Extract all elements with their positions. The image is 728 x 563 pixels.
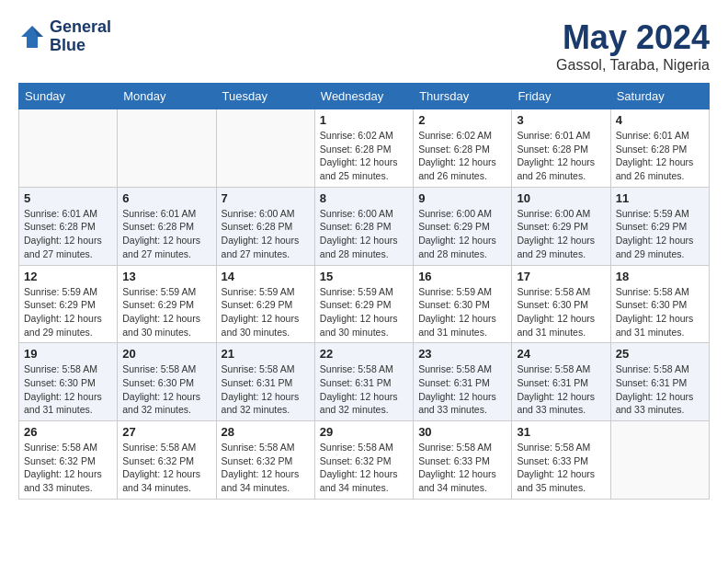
day-number: 26 bbox=[24, 425, 112, 439]
day-info: Sunrise: 5:58 AM Sunset: 6:30 PM Dayligh… bbox=[616, 285, 704, 339]
calendar-week-row: 19Sunrise: 5:58 AM Sunset: 6:30 PM Dayli… bbox=[19, 343, 710, 421]
day-info: Sunrise: 5:59 AM Sunset: 6:30 PM Dayligh… bbox=[418, 285, 506, 339]
calendar-cell: 9Sunrise: 6:00 AM Sunset: 6:29 PM Daylig… bbox=[414, 187, 512, 265]
day-number: 27 bbox=[122, 425, 210, 439]
day-info: Sunrise: 6:01 AM Sunset: 6:28 PM Dayligh… bbox=[122, 207, 210, 261]
day-info: Sunrise: 6:02 AM Sunset: 6:28 PM Dayligh… bbox=[320, 129, 408, 183]
day-number: 5 bbox=[24, 191, 112, 205]
day-number: 15 bbox=[320, 270, 408, 283]
logo-text: General Blue bbox=[50, 18, 111, 55]
day-number: 31 bbox=[517, 425, 605, 439]
day-number: 13 bbox=[122, 270, 210, 283]
day-number: 24 bbox=[517, 347, 605, 361]
day-number: 8 bbox=[320, 191, 408, 205]
calendar-cell: 7Sunrise: 6:00 AM Sunset: 6:28 PM Daylig… bbox=[216, 187, 314, 265]
day-info: Sunrise: 5:58 AM Sunset: 6:30 PM Dayligh… bbox=[122, 362, 210, 417]
day-number: 30 bbox=[418, 425, 506, 439]
column-header-saturday: Saturday bbox=[610, 84, 709, 109]
calendar-cell: 10Sunrise: 6:00 AM Sunset: 6:29 PM Dayli… bbox=[512, 187, 610, 265]
calendar-cell: 20Sunrise: 5:58 AM Sunset: 6:30 PM Dayli… bbox=[118, 343, 216, 421]
calendar-week-row: 12Sunrise: 5:59 AM Sunset: 6:29 PM Dayli… bbox=[19, 265, 710, 343]
calendar-cell: 26Sunrise: 5:58 AM Sunset: 6:32 PM Dayli… bbox=[19, 421, 118, 500]
calendar-cell: 29Sunrise: 5:58 AM Sunset: 6:32 PM Dayli… bbox=[314, 421, 413, 500]
day-number: 1 bbox=[320, 113, 408, 127]
calendar-cell: 27Sunrise: 5:58 AM Sunset: 6:32 PM Dayli… bbox=[118, 421, 216, 500]
day-info: Sunrise: 5:58 AM Sunset: 6:32 PM Dayligh… bbox=[24, 441, 112, 495]
day-info: Sunrise: 6:00 AM Sunset: 6:28 PM Dayligh… bbox=[222, 207, 310, 261]
day-info: Sunrise: 6:02 AM Sunset: 6:28 PM Dayligh… bbox=[418, 129, 506, 183]
column-header-friday: Friday bbox=[512, 84, 610, 109]
day-number: 22 bbox=[320, 347, 408, 361]
day-info: Sunrise: 5:58 AM Sunset: 6:31 PM Dayligh… bbox=[320, 362, 408, 417]
column-header-tuesday: Tuesday bbox=[216, 84, 314, 109]
location: Gassol, Taraba, Nigeria bbox=[556, 57, 710, 74]
day-info: Sunrise: 5:58 AM Sunset: 6:33 PM Dayligh… bbox=[517, 441, 605, 495]
calendar-cell: 8Sunrise: 6:00 AM Sunset: 6:28 PM Daylig… bbox=[314, 187, 413, 265]
calendar-cell: 23Sunrise: 5:58 AM Sunset: 6:31 PM Dayli… bbox=[414, 343, 512, 421]
day-info: Sunrise: 6:01 AM Sunset: 6:28 PM Dayligh… bbox=[616, 129, 704, 183]
calendar-cell: 3Sunrise: 6:01 AM Sunset: 6:28 PM Daylig… bbox=[512, 109, 610, 188]
day-info: Sunrise: 5:58 AM Sunset: 6:30 PM Dayligh… bbox=[24, 362, 112, 417]
day-number: 14 bbox=[222, 270, 310, 283]
day-info: Sunrise: 6:00 AM Sunset: 6:28 PM Dayligh… bbox=[320, 207, 408, 261]
calendar-week-row: 1Sunrise: 6:02 AM Sunset: 6:28 PM Daylig… bbox=[19, 109, 710, 188]
day-info: Sunrise: 5:58 AM Sunset: 6:32 PM Dayligh… bbox=[320, 441, 408, 495]
column-header-wednesday: Wednesday bbox=[314, 84, 413, 109]
calendar-cell: 28Sunrise: 5:58 AM Sunset: 6:32 PM Dayli… bbox=[216, 421, 314, 500]
day-number: 12 bbox=[24, 270, 112, 283]
calendar-cell bbox=[216, 109, 314, 188]
calendar-cell: 24Sunrise: 5:58 AM Sunset: 6:31 PM Dayli… bbox=[512, 343, 610, 421]
day-info: Sunrise: 5:58 AM Sunset: 6:31 PM Dayligh… bbox=[517, 362, 605, 417]
day-info: Sunrise: 5:58 AM Sunset: 6:32 PM Dayligh… bbox=[222, 441, 310, 495]
calendar-table: SundayMondayTuesdayWednesdayThursdayFrid… bbox=[18, 83, 710, 500]
calendar-cell: 12Sunrise: 5:59 AM Sunset: 6:29 PM Dayli… bbox=[19, 265, 118, 343]
calendar-cell: 18Sunrise: 5:58 AM Sunset: 6:30 PM Dayli… bbox=[610, 265, 709, 343]
day-number: 19 bbox=[24, 347, 112, 361]
day-number: 11 bbox=[616, 191, 704, 205]
day-info: Sunrise: 5:59 AM Sunset: 6:29 PM Dayligh… bbox=[616, 207, 704, 261]
calendar-week-row: 26Sunrise: 5:58 AM Sunset: 6:32 PM Dayli… bbox=[19, 421, 710, 500]
calendar-cell bbox=[19, 109, 118, 188]
column-header-thursday: Thursday bbox=[414, 84, 512, 109]
day-info: Sunrise: 5:59 AM Sunset: 6:29 PM Dayligh… bbox=[122, 285, 210, 339]
calendar-cell: 6Sunrise: 6:01 AM Sunset: 6:28 PM Daylig… bbox=[118, 187, 216, 265]
calendar-cell: 22Sunrise: 5:58 AM Sunset: 6:31 PM Dayli… bbox=[314, 343, 413, 421]
day-number: 2 bbox=[418, 113, 506, 127]
day-number: 6 bbox=[122, 191, 210, 205]
day-number: 3 bbox=[517, 113, 605, 127]
day-info: Sunrise: 5:59 AM Sunset: 6:29 PM Dayligh… bbox=[24, 285, 112, 339]
month-title: May 2024 bbox=[556, 18, 710, 57]
calendar-cell: 31Sunrise: 5:58 AM Sunset: 6:33 PM Dayli… bbox=[512, 421, 610, 500]
calendar-cell: 16Sunrise: 5:59 AM Sunset: 6:30 PM Dayli… bbox=[414, 265, 512, 343]
calendar-header-row: SundayMondayTuesdayWednesdayThursdayFrid… bbox=[19, 84, 710, 109]
calendar-cell bbox=[118, 109, 216, 188]
day-info: Sunrise: 6:01 AM Sunset: 6:28 PM Dayligh… bbox=[24, 207, 112, 261]
calendar-cell: 1Sunrise: 6:02 AM Sunset: 6:28 PM Daylig… bbox=[314, 109, 413, 188]
calendar-cell: 30Sunrise: 5:58 AM Sunset: 6:33 PM Dayli… bbox=[414, 421, 512, 500]
calendar-cell: 19Sunrise: 5:58 AM Sunset: 6:30 PM Dayli… bbox=[19, 343, 118, 421]
day-number: 28 bbox=[222, 425, 310, 439]
calendar-cell bbox=[610, 421, 709, 500]
day-number: 16 bbox=[418, 270, 506, 283]
calendar-week-row: 5Sunrise: 6:01 AM Sunset: 6:28 PM Daylig… bbox=[19, 187, 710, 265]
calendar-cell: 2Sunrise: 6:02 AM Sunset: 6:28 PM Daylig… bbox=[414, 109, 512, 188]
calendar-cell: 17Sunrise: 5:58 AM Sunset: 6:30 PM Dayli… bbox=[512, 265, 610, 343]
page-header: General Blue May 2024 Gassol, Taraba, Ni… bbox=[18, 18, 710, 74]
day-number: 7 bbox=[222, 191, 310, 205]
calendar-cell: 14Sunrise: 5:59 AM Sunset: 6:29 PM Dayli… bbox=[216, 265, 314, 343]
day-info: Sunrise: 6:00 AM Sunset: 6:29 PM Dayligh… bbox=[517, 207, 605, 261]
calendar-cell: 13Sunrise: 5:59 AM Sunset: 6:29 PM Dayli… bbox=[118, 265, 216, 343]
calendar-cell: 4Sunrise: 6:01 AM Sunset: 6:28 PM Daylig… bbox=[610, 109, 709, 188]
day-info: Sunrise: 5:58 AM Sunset: 6:31 PM Dayligh… bbox=[616, 362, 704, 417]
day-number: 29 bbox=[320, 425, 408, 439]
day-info: Sunrise: 5:58 AM Sunset: 6:30 PM Dayligh… bbox=[517, 285, 605, 339]
day-info: Sunrise: 6:01 AM Sunset: 6:28 PM Dayligh… bbox=[517, 129, 605, 183]
day-info: Sunrise: 5:58 AM Sunset: 6:32 PM Dayligh… bbox=[122, 441, 210, 495]
column-header-monday: Monday bbox=[118, 84, 216, 109]
day-info: Sunrise: 5:58 AM Sunset: 6:31 PM Dayligh… bbox=[222, 362, 310, 417]
day-number: 10 bbox=[517, 191, 605, 205]
day-info: Sunrise: 5:59 AM Sunset: 6:29 PM Dayligh… bbox=[320, 285, 408, 339]
day-info: Sunrise: 5:59 AM Sunset: 6:29 PM Dayligh… bbox=[222, 285, 310, 339]
calendar-cell: 21Sunrise: 5:58 AM Sunset: 6:31 PM Dayli… bbox=[216, 343, 314, 421]
day-info: Sunrise: 6:00 AM Sunset: 6:29 PM Dayligh… bbox=[418, 207, 506, 261]
